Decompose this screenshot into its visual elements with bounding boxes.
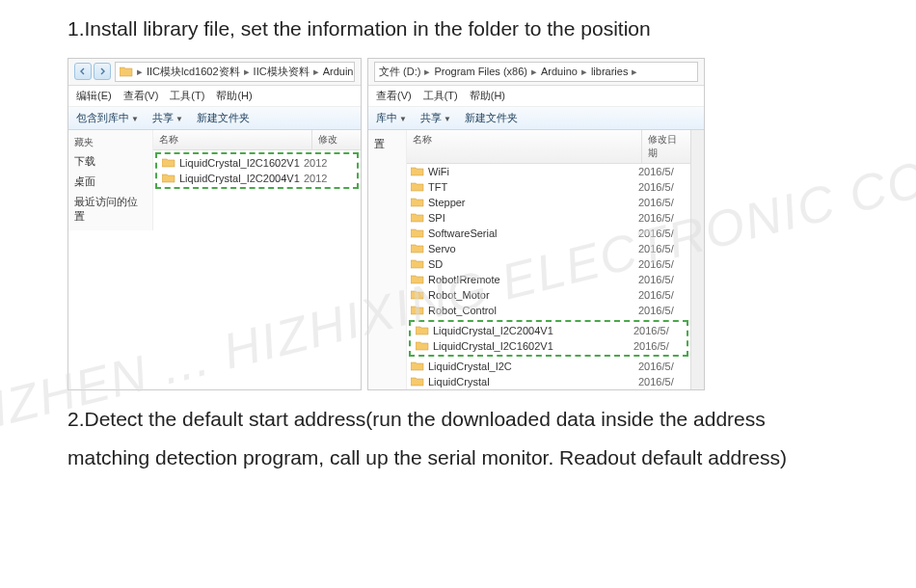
- address-bar: ▸ IIC模块lcd1602资料 ▸ IIC模块资料 ▸ Arduino测试程序…: [68, 59, 361, 86]
- instruction-2: 2.Detect the default start address(run t…: [67, 400, 849, 477]
- dropdown-icon: ▼: [175, 115, 183, 123]
- breadcrumb-prefix[interactable]: 文件 (D:): [379, 65, 420, 79]
- sidebar-item-desktop[interactable]: 桌面: [72, 172, 148, 192]
- nav-back-button[interactable]: [74, 63, 92, 80]
- file-name: LiquidCrystal: [428, 376, 490, 388]
- file-name: SoftwareSerial: [428, 227, 498, 239]
- file-name: LiquidCrystal_I2C1602V1: [179, 157, 300, 169]
- folder-icon: [416, 340, 429, 351]
- file-name: Servo: [428, 243, 456, 254]
- file-row[interactable]: LiquidCrystal_I2C1602V12016/5/: [412, 338, 686, 354]
- toolbar-share[interactable]: 共享▼: [420, 111, 451, 125]
- toolbar-new-folder[interactable]: 新建文件夹: [465, 111, 518, 125]
- file-row[interactable]: TFT2016/5/: [407, 179, 690, 195]
- file-row[interactable]: LiquidCrystal_I2C1602V1 2012: [158, 155, 356, 171]
- file-date: 2016/5/: [638, 181, 687, 193]
- menu-help[interactable]: 帮助(H): [470, 89, 505, 103]
- folder-icon: [411, 166, 424, 176]
- file-name: RobotIRremote: [428, 274, 500, 285]
- file-list: 名称 修改日期 WiFi2016/5/TFT2016/5/Stepper2016…: [407, 130, 690, 389]
- breadcrumb-separator-icon: ▸: [244, 66, 250, 78]
- sidebar-item[interactable]: 置: [372, 134, 402, 154]
- file-date: 2012: [304, 173, 352, 184]
- file-date: 2016/5/: [633, 325, 682, 336]
- sidebar: 藏夹 下载 桌面 最近访问的位置: [68, 130, 153, 230]
- file-date: 2016/5/: [638, 212, 687, 224]
- file-name: Robot_Motor: [428, 289, 490, 301]
- menu-bar: 编辑(E) 查看(V) 工具(T) 帮助(H): [68, 86, 361, 107]
- file-row[interactable]: LiquidCrystal2016/5/: [407, 374, 690, 389]
- list-header: 名称 修改: [153, 130, 361, 150]
- file-row[interactable]: LiquidCrystal_I2C2016/5/: [407, 359, 690, 374]
- file-date: 2016/5/: [638, 243, 687, 254]
- menu-tools[interactable]: 工具(T): [170, 89, 204, 103]
- file-row[interactable]: Stepper2016/5/: [407, 195, 690, 210]
- folder-icon: [411, 376, 424, 387]
- breadcrumb-separator-icon: ▸: [531, 66, 537, 78]
- file-name: Stepper: [428, 197, 466, 208]
- file-row[interactable]: Robot_Motor2016/5/: [407, 287, 690, 303]
- folder-icon: [411, 289, 424, 300]
- breadcrumb-part[interactable]: libraries: [591, 66, 629, 77]
- file-row[interactable]: RobotIRremote2016/5/: [407, 272, 690, 287]
- explorer-body: 藏夹 下载 桌面 最近访问的位置 名称 修改 LiquidCrystal_I2C…: [68, 130, 361, 230]
- address-bar: 文件 (D:) ▸ Program Files (x86) ▸ Arduino …: [368, 59, 704, 86]
- folder-icon: [411, 258, 424, 269]
- file-name: TFT: [428, 181, 447, 193]
- folder-icon: [411, 243, 424, 254]
- folder-icon: [411, 274, 424, 284]
- file-row[interactable]: Servo2016/5/: [407, 241, 690, 256]
- folder-icon: [411, 212, 424, 223]
- nav-forward-button[interactable]: [94, 63, 111, 80]
- file-row[interactable]: SPI2016/5/: [407, 210, 690, 226]
- column-modified[interactable]: 修改: [312, 130, 361, 149]
- file-date: 2016/5/: [638, 361, 687, 372]
- column-modified[interactable]: 修改日期: [642, 130, 690, 163]
- highlight-selection: LiquidCrystal_I2C1602V1 2012 LiquidCryst…: [155, 152, 359, 189]
- file-date: 2016/5/: [638, 376, 687, 388]
- breadcrumb-separator-icon: ▸: [632, 66, 637, 78]
- breadcrumb-part[interactable]: Arduino: [541, 66, 578, 77]
- sidebar-item-recent[interactable]: 最近访问的位置: [72, 192, 148, 227]
- file-name: SD: [428, 258, 443, 270]
- breadcrumb-part[interactable]: Arduino测试程序: [323, 65, 355, 79]
- toolbar-share[interactable]: 共享▼: [152, 111, 183, 125]
- file-name: Robot_Control: [428, 305, 497, 316]
- menu-bar: 查看(V) 工具(T) 帮助(H): [368, 86, 704, 107]
- file-row[interactable]: LiquidCrystal_I2C2004V1 2012: [158, 171, 356, 186]
- file-row[interactable]: SD2016/5/: [407, 256, 690, 272]
- file-date: 2012: [304, 157, 352, 169]
- menu-view[interactable]: 查看(V): [376, 89, 412, 103]
- column-name[interactable]: 名称: [407, 130, 642, 163]
- dropdown-icon: ▼: [131, 115, 139, 123]
- folder-icon: [120, 66, 133, 77]
- file-row[interactable]: LiquidCrystal_I2C2004V12016/5/: [412, 323, 686, 338]
- menu-tools[interactable]: 工具(T): [423, 89, 458, 103]
- breadcrumb-part[interactable]: IIC模块资料: [254, 65, 310, 79]
- breadcrumb-separator-icon: ▸: [581, 66, 587, 78]
- toolbar-new-folder[interactable]: 新建文件夹: [197, 111, 250, 125]
- scrollbar[interactable]: [690, 130, 704, 389]
- toolbar-include-library[interactable]: 包含到库中▼: [76, 111, 139, 125]
- column-name[interactable]: 名称: [153, 130, 312, 149]
- menu-view[interactable]: 查看(V): [123, 89, 159, 103]
- breadcrumb[interactable]: 文件 (D:) ▸ Program Files (x86) ▸ Arduino …: [374, 62, 698, 82]
- file-row[interactable]: WiFi2016/5/: [407, 164, 690, 179]
- sidebar: 置: [368, 130, 407, 389]
- file-row[interactable]: SoftwareSerial2016/5/: [407, 226, 690, 241]
- folder-icon: [411, 361, 424, 371]
- file-date: 2016/5/: [638, 166, 687, 177]
- menu-help[interactable]: 帮助(H): [216, 89, 252, 103]
- menu-edit[interactable]: 编辑(E): [76, 89, 112, 103]
- file-date: 2016/5/: [638, 305, 687, 316]
- toolbar-include-library[interactable]: 库中▼: [376, 111, 407, 125]
- breadcrumb-part[interactable]: Program Files (x86): [434, 66, 527, 77]
- breadcrumb-part[interactable]: IIC模块lcd1602资料: [147, 65, 240, 79]
- breadcrumb[interactable]: ▸ IIC模块lcd1602资料 ▸ IIC模块资料 ▸ Arduino测试程序…: [115, 62, 355, 82]
- file-date: 2016/5/: [638, 197, 687, 208]
- file-row[interactable]: Robot_Control2016/5/: [407, 303, 690, 318]
- folder-icon: [411, 181, 424, 192]
- highlight-selection: LiquidCrystal_I2C2004V12016/5/LiquidCrys…: [409, 320, 688, 357]
- sidebar-item-downloads[interactable]: 下载: [72, 151, 148, 172]
- explorer-window-destination: 文件 (D:) ▸ Program Files (x86) ▸ Arduino …: [367, 58, 705, 390]
